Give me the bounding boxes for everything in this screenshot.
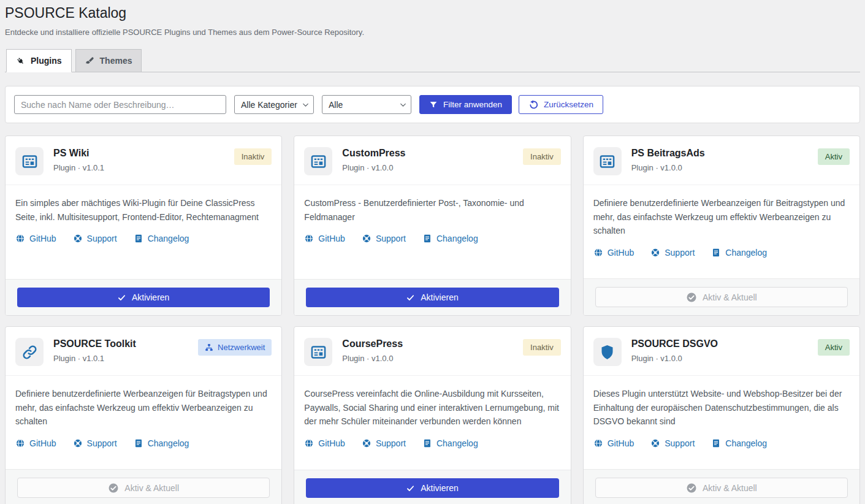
activate-button[interactable]: Aktivieren [17, 288, 270, 307]
changelog-link-label: Changelog [725, 438, 767, 448]
plugin-card-psource-dsgvo: PSOURCE DSGVO Plugin · v1.0.0 Aktiv Dies… [583, 326, 860, 504]
activate-button-label: Aktivieren [132, 292, 169, 302]
changelog-link[interactable]: Changelog [134, 438, 189, 448]
document-icon [422, 234, 432, 243]
github-link[interactable]: GitHub [304, 438, 345, 448]
changelog-link-label: Changelog [436, 438, 478, 448]
reset-filter-button[interactable]: Zurücksetzen [519, 95, 603, 114]
github-link-label: GitHub [29, 234, 56, 243]
plugin-title: CoursePress [342, 338, 513, 349]
lifering-icon [73, 234, 83, 243]
plugin-meta: Plugin · v1.0.0 [342, 163, 513, 172]
support-link-label: Support [87, 234, 117, 243]
activate-button-label: Aktivieren [421, 483, 458, 493]
globe-icon [593, 248, 603, 258]
support-link-label: Support [376, 234, 406, 243]
changelog-link[interactable]: Changelog [422, 438, 478, 448]
globe-icon [15, 234, 25, 243]
funnel-icon [429, 101, 438, 109]
plugin-description: Definiere benutzerdefinierte Werbeanzeig… [593, 196, 850, 238]
support-link[interactable]: Support [73, 438, 117, 448]
lifering-icon [650, 248, 660, 258]
active-current-button: Aktiv & Aktuell [595, 478, 848, 498]
github-link[interactable]: GitHub [15, 234, 56, 243]
activate-button[interactable]: Aktivieren [306, 478, 558, 498]
tab-plugins[interactable]: Plugins [6, 49, 72, 72]
document-icon [711, 248, 721, 258]
shield-icon [599, 344, 615, 361]
status-badge: Inaktiv [234, 148, 272, 165]
plugin-links: GitHub Support Changelog [15, 438, 272, 448]
plugin-title: PSOURCE DSGVO [631, 338, 808, 349]
status-badge-label: Netzwerkweit [218, 343, 265, 352]
active-current-label: Aktiv & Aktuell [703, 292, 757, 302]
check-icon [118, 294, 126, 302]
network-icon [205, 343, 213, 352]
changelog-link-label: Changelog [148, 234, 189, 243]
support-link[interactable]: Support [650, 248, 695, 258]
check-icon [406, 294, 414, 302]
link-icon [21, 344, 38, 361]
reset-filter-label: Zurücksetzen [544, 100, 593, 109]
plugin-links: GitHub Support Changelog [593, 248, 850, 258]
support-link[interactable]: Support [362, 234, 406, 243]
plugin-icon-box [593, 338, 622, 366]
tab-themes-label: Themes [100, 56, 132, 66]
tab-themes[interactable]: Themes [75, 49, 142, 72]
lifering-icon [650, 438, 660, 448]
page-title: PSOURCE Katalog [5, 5, 860, 21]
lifering-icon [362, 438, 372, 448]
psource-katalog-page: PSOURCE Katalog Entdecke und installiere… [0, 0, 865, 504]
github-link-label: GitHub [318, 234, 345, 243]
github-link[interactable]: GitHub [593, 438, 634, 448]
support-link[interactable]: Support [73, 234, 117, 243]
plugin-grid: PS Wiki Plugin · v1.0.1 Inaktiv Ein simp… [5, 136, 860, 504]
plugin-description: Definiere benutzerdefinierte Werbeanzeig… [15, 387, 272, 429]
activate-button[interactable]: Aktivieren [306, 288, 558, 307]
plugin-description: Ein simples aber mächtiges Wiki-Plugin f… [15, 196, 272, 224]
search-input[interactable] [14, 95, 226, 114]
page-subtitle: Entdecke und installiere offizielle PSOU… [5, 28, 860, 37]
status-badge-network: Netzwerkweit [198, 339, 272, 356]
document-icon [711, 438, 721, 448]
circle-check-icon [686, 292, 697, 303]
status-badge: Inaktiv [523, 148, 561, 165]
plugin-description: Dieses Plugin unterstützt Website- und W… [593, 387, 850, 429]
active-current-label: Aktiv & Aktuell [124, 483, 179, 493]
changelog-link[interactable]: Changelog [711, 248, 767, 258]
filter-panel: Alle Kategorien Alle Filter anwenden Zur… [5, 86, 860, 123]
table-icon [310, 344, 327, 361]
plug-icon [16, 56, 25, 66]
support-link[interactable]: Support [650, 438, 695, 448]
changelog-link[interactable]: Changelog [422, 234, 478, 243]
changelog-link[interactable]: Changelog [711, 438, 767, 448]
lifering-icon [73, 438, 83, 448]
github-link[interactable]: GitHub [593, 248, 634, 258]
github-link-label: GitHub [608, 438, 634, 448]
changelog-link-label: Changelog [725, 248, 767, 258]
plugin-meta: Plugin · v1.0.0 [631, 163, 808, 172]
table-icon [599, 153, 615, 170]
plugin-meta: Plugin · v1.0.1 [53, 163, 224, 172]
circle-check-icon [108, 483, 119, 494]
changelog-link-label: Changelog [148, 438, 189, 448]
plugin-meta: Plugin · v1.0.0 [342, 354, 513, 363]
document-icon [422, 438, 432, 448]
status-select[interactable]: Alle [322, 95, 411, 114]
apply-filter-button[interactable]: Filter anwenden [419, 95, 512, 114]
support-link-label: Support [87, 438, 117, 448]
category-select[interactable]: Alle Kategorien [234, 95, 314, 114]
circle-check-icon [686, 483, 697, 494]
plugin-card-coursepress: CoursePress Plugin · v1.0.0 Inaktiv Cour… [294, 326, 571, 504]
lifering-icon [362, 234, 372, 243]
changelog-link[interactable]: Changelog [134, 234, 189, 243]
plugin-description: CoursePress vereinfacht die Online-Ausbi… [304, 387, 560, 429]
plugin-card-custompress: CustomPress Plugin · v1.0.0 Inaktiv Cust… [294, 136, 571, 316]
support-link[interactable]: Support [362, 438, 406, 448]
github-link[interactable]: GitHub [15, 438, 56, 448]
plugin-icon-box [304, 147, 332, 175]
plugin-links: GitHub Support Changelog [304, 438, 560, 448]
plugin-icon-box [304, 338, 332, 366]
plugin-meta: Plugin · v1.0.1 [53, 354, 188, 363]
github-link[interactable]: GitHub [304, 234, 345, 243]
